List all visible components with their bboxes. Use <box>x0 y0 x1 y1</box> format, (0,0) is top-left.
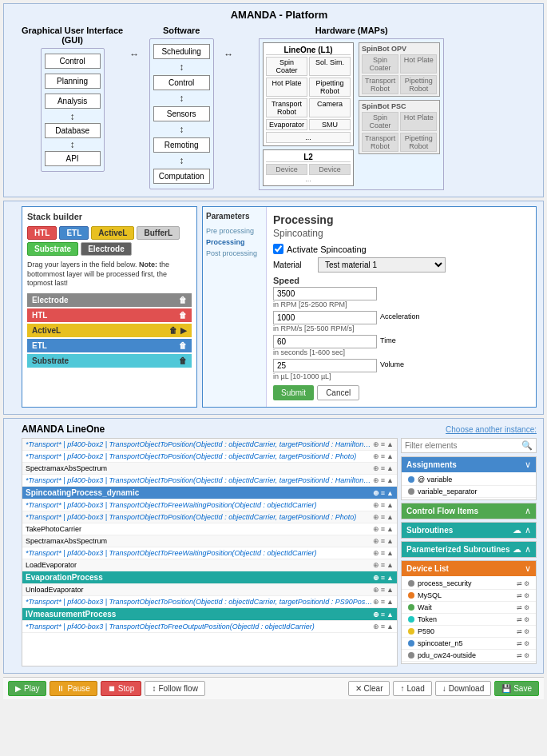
flow-item[interactable]: *Transport* | pf400-box3 | TransportObje… <box>22 621 397 633</box>
device-token[interactable]: Token ⇌ ⚙ <box>402 614 536 626</box>
layer-btn-electrode[interactable]: Electrode <box>81 242 132 256</box>
up-icon[interactable]: ▲ <box>386 549 394 557</box>
assignment-separator[interactable]: variable_separator <box>402 486 536 498</box>
add-icon[interactable]: ⊕ <box>373 513 379 521</box>
layer-btn-substrate[interactable]: Substrate <box>27 242 78 256</box>
flow-item[interactable]: *Transport* | pf400-box2 | TransportObje… <box>22 451 397 463</box>
flow-item[interactable]: *Transport* | pf400-box3 | TransportObje… <box>22 596 397 608</box>
download-button[interactable]: ↓ Download <box>435 681 491 696</box>
layer-btn-etl[interactable]: ETL <box>59 226 89 240</box>
layer-btn-bufferl[interactable]: BufferL <box>137 226 180 240</box>
add-icon[interactable]: ⊕ <box>373 464 379 472</box>
add-icon[interactable]: ⊕ <box>373 440 379 448</box>
add-icon[interactable]: ⊕ <box>373 611 379 619</box>
nav-postprocessing[interactable]: Post processing <box>206 248 263 259</box>
list-icon[interactable]: ≡ <box>381 561 385 569</box>
play-button[interactable]: ▶ Play <box>8 681 46 696</box>
up-icon[interactable]: ▲ <box>386 611 394 619</box>
filter-input[interactable] <box>402 440 518 452</box>
flow-item[interactable]: UnloadEvaporator ⊕ ≡ ▲ <box>22 584 397 596</box>
list-icon[interactable]: ≡ <box>381 513 385 521</box>
device-gear-icon[interactable]: ⚙ <box>524 592 529 599</box>
layer-htl[interactable]: HTL 🗑 <box>27 308 192 322</box>
subroutines-header[interactable]: Subroutines ☁ ∧ <box>402 523 536 538</box>
device-gear-icon[interactable]: ⚙ <box>524 616 529 623</box>
list-icon[interactable]: ≡ <box>381 549 385 557</box>
list-icon[interactable]: ≡ <box>381 452 385 460</box>
device-pdu[interactable]: pdu_cw24-outside ⇌ ⚙ <box>402 650 536 662</box>
device-link-icon[interactable]: ⇌ <box>517 604 522 611</box>
param-sub-header[interactable]: Parameterized Subroutines ☁ ∧ <box>402 542 536 557</box>
device-p590[interactable]: P590 ⇌ ⚙ <box>402 626 536 638</box>
device-link-icon[interactable]: ⇌ <box>517 652 522 659</box>
flow-item[interactable]: LoadEvaporator ⊕ ≡ ▲ <box>22 559 397 571</box>
list-icon[interactable]: ≡ <box>381 440 385 448</box>
nav-processing[interactable]: Processing <box>206 237 263 248</box>
flow-item[interactable]: *Transport* | pf400-box3 | TransportObje… <box>22 475 397 487</box>
flow-header-evaporation[interactable]: EvaporationProcess ⊕ ≡ ▲ <box>22 571 397 584</box>
list-icon[interactable]: ≡ <box>381 611 385 619</box>
list-icon[interactable]: ≡ <box>381 598 385 606</box>
add-icon[interactable]: ⊕ <box>373 574 379 582</box>
add-icon[interactable]: ⊕ <box>373 452 379 460</box>
device-gear-icon[interactable]: ⚙ <box>524 604 529 611</box>
device-mysql[interactable]: MySQL ⇌ ⚙ <box>402 590 536 602</box>
flow-item[interactable]: *Transport* | pf400-box3 | TransportObje… <box>22 511 397 523</box>
list-icon[interactable]: ≡ <box>381 586 385 594</box>
up-icon[interactable]: ▲ <box>386 476 394 484</box>
layer-electrode[interactable]: Electrode 🗑 <box>27 293 192 307</box>
device-wait[interactable]: Wait ⇌ ⚙ <box>402 602 536 614</box>
up-icon[interactable]: ▲ <box>386 501 394 509</box>
list-icon[interactable]: ≡ <box>381 489 385 497</box>
time-input[interactable] <box>273 335 377 348</box>
up-icon[interactable]: ▲ <box>386 623 394 631</box>
layer-etl[interactable]: ETL 🗑 <box>27 339 192 352</box>
layer-btn-activel[interactable]: ActiveL <box>91 226 134 240</box>
choose-instance-link[interactable]: Choose another instance: <box>446 425 537 434</box>
accel-input[interactable] <box>273 311 377 324</box>
add-icon[interactable]: ⊕ <box>373 476 379 484</box>
device-link-icon[interactable]: ⇌ <box>517 592 522 599</box>
up-icon[interactable]: ▲ <box>386 452 394 460</box>
up-icon[interactable]: ▲ <box>386 574 394 582</box>
list-icon[interactable]: ≡ <box>381 525 385 533</box>
flow-item[interactable]: SpectramaxAbsSpectrum ⊕ ≡ ▲ <box>22 463 397 475</box>
flow-item[interactable]: *Transport* | pf400-box2 | TransportObje… <box>22 439 397 451</box>
flow-header-ivmeasurement[interactable]: IVmeasurementProcess ⊕ ≡ ▲ <box>22 608 397 621</box>
list-icon[interactable]: ≡ <box>381 623 385 631</box>
up-icon[interactable]: ▲ <box>386 561 394 569</box>
material-select[interactable]: Test material 1 <box>318 257 446 273</box>
add-icon[interactable]: ⊕ <box>373 525 379 533</box>
device-link-icon[interactable]: ⇌ <box>517 628 522 635</box>
device-gear-icon[interactable]: ⚙ <box>524 652 529 659</box>
add-icon[interactable]: ⊕ <box>373 586 379 594</box>
load-button[interactable]: ↑ Load <box>393 681 431 696</box>
up-icon[interactable]: ▲ <box>386 598 394 606</box>
device-spincoater-n5[interactable]: spincoater_n5 ⇌ ⚙ <box>402 638 536 650</box>
device-process-security[interactable]: process_security ⇌ ⚙ <box>402 578 536 590</box>
flow-item[interactable]: *Transport* | pf400-box3 | TransportObje… <box>22 547 397 559</box>
up-icon[interactable]: ▲ <box>386 464 394 472</box>
stop-button[interactable]: ⏹ Stop <box>101 681 142 696</box>
flow-item[interactable]: TakePhotoCarrier ⊕ ≡ ▲ <box>22 523 397 535</box>
save-button[interactable]: 💾 Save <box>494 681 539 696</box>
delete-icon[interactable]: 🗑 <box>179 296 187 304</box>
activate-checkbox[interactable] <box>273 244 283 254</box>
speed-input[interactable] <box>273 287 377 300</box>
up-icon[interactable]: ▲ <box>386 525 394 533</box>
up-icon[interactable]: ▲ <box>386 513 394 521</box>
add-icon[interactable]: ⊕ <box>373 489 379 497</box>
submit-button[interactable]: Submit <box>273 385 314 400</box>
up-icon[interactable]: ▲ <box>386 440 394 448</box>
device-link-icon[interactable]: ⇌ <box>517 640 522 647</box>
device-link-icon[interactable]: ⇌ <box>517 580 522 587</box>
device-list-header[interactable]: Device List ∨ <box>402 561 536 576</box>
device-link-icon[interactable]: ⇌ <box>517 616 522 623</box>
cancel-button[interactable]: Cancel <box>317 385 359 400</box>
add-icon[interactable]: ⊕ <box>373 501 379 509</box>
delete-icon-htl[interactable]: 🗑 <box>179 311 187 320</box>
vol-input[interactable] <box>273 359 377 372</box>
list-icon[interactable]: ≡ <box>381 464 385 472</box>
layer-btn-htl[interactable]: HTL <box>27 226 57 240</box>
layer-substrate[interactable]: Substrate 🗑 <box>27 354 192 368</box>
